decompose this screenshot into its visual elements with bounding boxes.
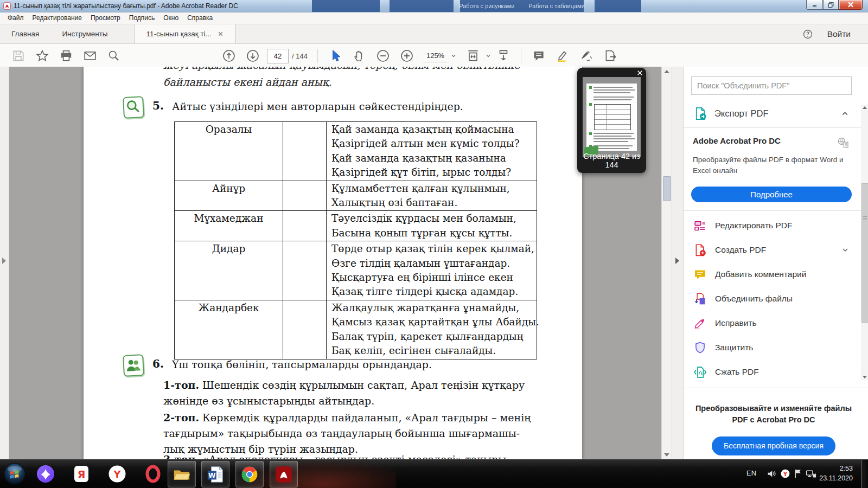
panel-scrollbar[interactable] bbox=[861, 105, 868, 380]
zoom-out-button[interactable] bbox=[376, 49, 390, 63]
network-icon[interactable] bbox=[805, 468, 816, 479]
excerpt-line: Балақ түріп, қарекет қылғандардың bbox=[331, 330, 539, 344]
free-trial-button[interactable]: Бесплатная пробная версия bbox=[712, 436, 835, 455]
menu-file[interactable]: Файл bbox=[3, 12, 28, 24]
previous-page-button[interactable] bbox=[222, 49, 236, 63]
zoom-in-button[interactable] bbox=[400, 49, 414, 63]
print-button[interactable] bbox=[59, 49, 73, 63]
taskbar-chrome-button[interactable] bbox=[235, 461, 264, 487]
excerpt-cell: Құлмамбеттен қалған құлынмын,Халықтың өз… bbox=[327, 181, 537, 211]
scrollbar-thumb[interactable] bbox=[663, 176, 671, 201]
excerpt-line: Бақ келіп, есігінен сығалайды. bbox=[331, 344, 539, 358]
acrobat-app-icon bbox=[3, 2, 11, 10]
excerpt-line: Қысқартуға ең бірінші ілінсе екен bbox=[331, 271, 534, 285]
help-icon[interactable] bbox=[802, 29, 813, 40]
menu-window[interactable]: Окно bbox=[159, 12, 183, 24]
tab-tools[interactable]: Инструменты bbox=[50, 24, 119, 43]
panel-footer: Преобразовывайте и изменяйте файлы PDF с… bbox=[684, 388, 868, 455]
save-button[interactable] bbox=[11, 49, 25, 63]
exercise-search-icon bbox=[123, 96, 144, 119]
task-number: 5. bbox=[152, 99, 164, 112]
next-page-button[interactable] bbox=[246, 49, 260, 63]
excerpt-line: Қай заманда қазақтың қазанына bbox=[331, 151, 533, 165]
tool-label: Защитить bbox=[715, 343, 753, 352]
tab-document[interactable]: 11-сынып қазақ ті... bbox=[135, 24, 236, 43]
export-pdf-section[interactable]: Экспорт PDF bbox=[684, 99, 868, 127]
taskbar-alisa-button[interactable] bbox=[36, 464, 55, 484]
menu-bar: ФайлРедактированиеПросмотрПодписьОкноСпр… bbox=[0, 12, 868, 24]
explorer-icon bbox=[173, 465, 191, 484]
select-tool-button[interactable] bbox=[328, 49, 342, 63]
tool-protect[interactable]: Защитить bbox=[684, 336, 868, 360]
answer-cell-empty bbox=[283, 241, 327, 300]
taskbar-acrobat-button[interactable] bbox=[270, 461, 298, 487]
document-scrollbar[interactable] bbox=[661, 67, 672, 460]
taskbar-opera-button[interactable] bbox=[143, 464, 163, 484]
menu-view[interactable]: Просмотр bbox=[86, 12, 125, 24]
language-indicator[interactable]: EN bbox=[746, 469, 756, 477]
close-button[interactable] bbox=[839, 0, 863, 10]
start-button[interactable] bbox=[3, 463, 26, 485]
tool-create-pdf[interactable]: Создать PDF bbox=[684, 238, 868, 262]
author-cell: Оразалы bbox=[175, 122, 283, 181]
scroll-up-icon[interactable] bbox=[664, 70, 669, 73]
restore-button[interactable] bbox=[823, 0, 839, 10]
menu-sign[interactable]: Подпись bbox=[125, 12, 159, 24]
matching-table: ОразалыҚай заманда қазақтың қоймасынаҚаз… bbox=[174, 121, 537, 359]
search-tools-button[interactable] bbox=[107, 49, 121, 63]
chevron-down-icon[interactable] bbox=[841, 246, 850, 254]
scroll-mode-button[interactable] bbox=[496, 49, 510, 63]
clock[interactable]: 2:53 23.11.2020 bbox=[819, 464, 853, 483]
excerpt-line: Қазіргідей алтын мен күміс толды? bbox=[331, 137, 533, 151]
scrollbar-thumb[interactable] bbox=[861, 183, 868, 323]
tool-add-comment[interactable]: Добавить комментарий bbox=[684, 262, 868, 287]
convert-files-icon bbox=[837, 136, 850, 149]
group-text: Көркемдік құралдарды пайдаланып, «Арал т… bbox=[199, 412, 531, 423]
group-text: Шешендік сөздің құрылымын сақтап, Арал т… bbox=[199, 379, 525, 391]
zoom-level-dropdown[interactable]: 125% bbox=[423, 50, 457, 62]
taskbar-word-button[interactable]: W bbox=[201, 461, 229, 487]
page-number-input[interactable] bbox=[267, 49, 289, 63]
taskbar-yandex-search-button[interactable]: Я bbox=[72, 464, 91, 484]
close-icon[interactable] bbox=[636, 69, 643, 76]
star-favorites-button[interactable] bbox=[35, 49, 49, 63]
collapse-tools-panel-icon[interactable] bbox=[675, 258, 679, 264]
tools-search-input[interactable] bbox=[691, 76, 852, 95]
comment-tool-button[interactable] bbox=[532, 49, 546, 63]
share-file-button[interactable] bbox=[603, 49, 617, 63]
sign-in-button[interactable]: Войти bbox=[827, 29, 851, 39]
email-button[interactable] bbox=[83, 49, 97, 63]
show-desktop-button[interactable] bbox=[861, 460, 868, 488]
tool-compress-pdf[interactable]: Сжать PDF bbox=[684, 360, 868, 384]
footer-promo-text: Преобразовывайте и изменяйте файлы PDF с… bbox=[689, 403, 858, 426]
scroll-up-icon[interactable] bbox=[863, 106, 867, 109]
tool-combine-files[interactable]: Объединить файлы bbox=[684, 287, 868, 311]
chevron-up-icon[interactable] bbox=[840, 109, 850, 118]
details-button[interactable]: Подробнее bbox=[691, 187, 852, 202]
answer-cell-empty bbox=[283, 122, 327, 181]
fill-sign-button[interactable] bbox=[579, 49, 593, 63]
action-center-flag-icon[interactable] bbox=[793, 468, 804, 479]
taskbar-yandex-browser-button[interactable]: Y bbox=[107, 464, 127, 484]
excerpt-line: Қамсыз қазақ қартайтқан ұлы Абайды. bbox=[331, 315, 539, 329]
scroll-down-icon[interactable] bbox=[863, 376, 867, 378]
group-task-line: 1-топ. Шешендік сөздің құрылымын сақтап,… bbox=[163, 379, 525, 391]
menu-help[interactable]: Справка bbox=[183, 12, 217, 24]
open-left-panel-icon[interactable] bbox=[2, 258, 6, 264]
page-fit-button[interactable] bbox=[466, 49, 480, 63]
menu-edit[interactable]: Редактирование bbox=[28, 12, 86, 24]
tool-fix[interactable]: Исправить bbox=[684, 311, 868, 336]
close-tab-icon[interactable] bbox=[217, 30, 224, 37]
chevron-down-icon[interactable] bbox=[485, 53, 492, 59]
speaker-icon[interactable] bbox=[766, 468, 777, 479]
tool-edit-pdf[interactable]: Редактировать PDF bbox=[684, 214, 868, 238]
scroll-down-icon[interactable] bbox=[664, 453, 669, 457]
clipped-paragraph-line: жеуі арқылы жасалып қауымдасып, терең, б… bbox=[163, 67, 520, 71]
highlight-tool-button[interactable] bbox=[556, 49, 570, 63]
promo-title: Adobe Acrobat Pro DC bbox=[693, 136, 781, 145]
minimize-button[interactable] bbox=[806, 0, 823, 10]
tab-home[interactable]: Главная bbox=[0, 24, 50, 43]
yandex-tray-icon[interactable]: Y bbox=[780, 468, 791, 479]
taskbar-explorer-button[interactable] bbox=[168, 461, 196, 487]
hand-tool-button[interactable] bbox=[352, 49, 366, 63]
